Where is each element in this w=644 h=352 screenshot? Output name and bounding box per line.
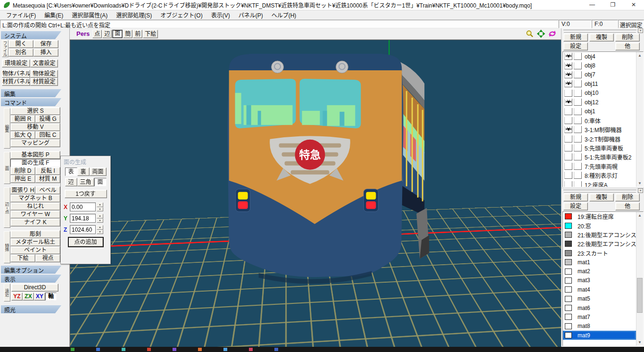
viewport-mode-button[interactable]: 面 [112, 30, 123, 38]
object-settings-button[interactable]: 設定 [563, 42, 588, 50]
lasso-button[interactable]: 投縄 G [35, 115, 60, 123]
object-list-item[interactable]: 5:先頭車両妻板 [563, 143, 636, 152]
lock-box[interactable] [574, 53, 582, 60]
zx-plane-button[interactable]: ZX [23, 293, 34, 301]
section-header-display[interactable]: 表示 [1, 275, 61, 283]
object-list-item[interactable]: obj12 [563, 98, 636, 107]
scrollbar-thumb[interactable] [637, 278, 643, 313]
material-list-item[interactable]: mat6 [563, 303, 636, 312]
twist-button[interactable]: ねじれ [10, 202, 60, 210]
visibility-empty-box[interactable] [564, 172, 572, 179]
material-list-item[interactable]: 20:窓 [563, 221, 636, 230]
viewport-mode-button[interactable]: 簡 [123, 30, 132, 38]
x-spinner[interactable]: ▲▼ [97, 202, 103, 211]
material-settings-button[interactable]: 材質設定 [30, 78, 58, 86]
y-coordinate-input[interactable] [70, 214, 96, 223]
material-list-item[interactable]: mat3 [563, 276, 636, 285]
material-list-item[interactable]: mat2 [563, 267, 636, 276]
underlay-button[interactable]: 下絵 [10, 254, 35, 262]
spin-down-icon[interactable]: ▼ [97, 230, 103, 235]
object-other-button[interactable]: 他 [615, 42, 640, 50]
lock-box[interactable] [574, 71, 582, 78]
menu-item[interactable]: 選択部処理(S) [112, 11, 156, 19]
triangle-mode-button[interactable]: 三角 [77, 178, 94, 186]
pan-icon[interactable] [537, 30, 545, 38]
front-face-button[interactable]: 表 [65, 168, 77, 176]
visibility-eye-icon[interactable] [564, 53, 572, 60]
range-button[interactable]: 範囲 R [10, 115, 35, 123]
metaball-button[interactable]: メタボール粘土 [10, 238, 60, 246]
object-list-item[interactable]: obj1 [563, 107, 636, 116]
object-list-item[interactable]: 3-1:M制御機器 [563, 125, 636, 134]
lock-box[interactable] [574, 90, 582, 97]
material-panel-button[interactable]: 材質パネル [2, 78, 30, 86]
z-spinner[interactable]: ▲▼ [97, 225, 103, 234]
object-duplicate-button[interactable]: 複製 [589, 34, 614, 42]
material-list-item[interactable]: 19:運転台座席 [563, 212, 636, 221]
material-list-scrollbar[interactable]: ▲ ▼ [636, 212, 643, 346]
mapping-button[interactable]: マッピング [10, 139, 60, 147]
menu-item[interactable]: 編集(E) [40, 11, 67, 19]
object-list-item[interactable]: obj8 [563, 61, 636, 70]
object-list-item[interactable]: obj11 [563, 79, 636, 88]
object-panel-grip[interactable]: × [561, 28, 644, 33]
lock-box[interactable] [574, 117, 582, 124]
taskbar-icon[interactable] [198, 348, 202, 351]
z-coordinate-input[interactable] [70, 225, 96, 234]
file-vertical-tab[interactable]: ファイル [2, 40, 8, 57]
viewport-mode-button[interactable]: 辺 [102, 30, 112, 38]
lathe-button[interactable]: 面張り H [10, 186, 35, 194]
spin-up-icon[interactable]: ▲ [97, 214, 103, 218]
delete-button[interactable]: 削除 D [10, 167, 35, 175]
material-list-item[interactable]: mat1 [563, 258, 636, 267]
wire-button[interactable]: ワイヤー W [10, 210, 60, 218]
x-coordinate-input[interactable] [70, 202, 96, 211]
selection-fixed-button[interactable]: 選択固定 [618, 20, 644, 28]
object-list-item[interactable]: obj7 [563, 70, 636, 79]
visibility-empty-box[interactable] [564, 181, 572, 187]
taskbar-icon[interactable] [223, 348, 227, 351]
sculpt-button[interactable]: 彫刻 [10, 230, 60, 238]
material-list-item[interactable]: 23:スカート [563, 249, 636, 258]
face-mode-button[interactable]: 面 [94, 178, 107, 186]
object-panel-button[interactable]: 物体パネル [2, 70, 30, 78]
doc-settings-button[interactable]: 文書設定 [30, 59, 58, 67]
lock-box[interactable] [574, 172, 582, 179]
y-spinner[interactable]: ▲▼ [97, 214, 103, 223]
scroll-up-icon[interactable]: ▲ [636, 52, 643, 59]
taskbar-icon[interactable] [122, 348, 125, 351]
lock-box[interactable] [574, 135, 582, 142]
viewport-mode-button[interactable]: 点 [92, 30, 102, 38]
taskbar-icon[interactable] [249, 348, 253, 351]
lock-box[interactable] [574, 80, 582, 87]
section-header-command[interactable]: コマンド [1, 98, 61, 106]
undo-one-button[interactable]: 1つ戻す [65, 190, 107, 198]
material-list-item[interactable]: mat5 [563, 294, 636, 303]
material-settings-button[interactable]: 設定 [563, 202, 588, 210]
object-list-scrollbar[interactable]: ▲ ▼ [636, 52, 643, 187]
material-other-button[interactable]: 他 [615, 202, 640, 210]
knife-button[interactable]: ナイフ K [10, 218, 60, 226]
visibility-eye-icon[interactable] [564, 80, 572, 87]
menu-item[interactable]: オブジェクト(O) [156, 11, 206, 19]
close-icon[interactable]: × [638, 188, 643, 193]
viewport-3d[interactable]: 特急 [70, 40, 561, 347]
create-face-button[interactable]: 面の生成 F [10, 159, 60, 167]
zoom-icon[interactable] [526, 30, 534, 38]
select-button[interactable]: 選択 S [10, 107, 60, 115]
taskbar-icon[interactable] [274, 348, 278, 351]
extrude-button[interactable]: 押出 E [10, 175, 35, 183]
section-header-system[interactable]: システム [1, 31, 61, 39]
material-list-item[interactable]: 22:後期型エアコンシステム [563, 239, 636, 248]
add-point-button[interactable]: 点の追加 [68, 237, 104, 247]
visibility-empty-box[interactable] [564, 153, 572, 160]
viewport-mode-button[interactable]: 下絵 [143, 30, 158, 38]
taskbar-icon[interactable] [147, 348, 151, 351]
lock-box[interactable] [574, 144, 582, 151]
object-list-item[interactable]: 12:座席A [563, 180, 636, 187]
section-header-edit[interactable]: 編集 [1, 89, 61, 97]
direct3d-button[interactable]: Direct3D [11, 284, 58, 292]
section-header-edit-options[interactable]: 編集オプション [1, 266, 61, 274]
visibility-empty-box[interactable] [564, 135, 572, 142]
menu-item[interactable]: ファイル(F) [2, 11, 40, 19]
